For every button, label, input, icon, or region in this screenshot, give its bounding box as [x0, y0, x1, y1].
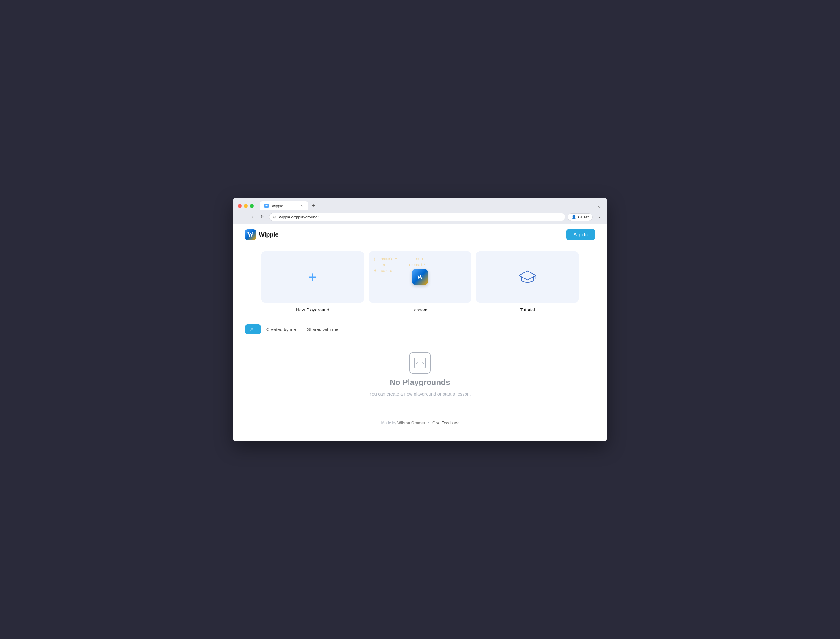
profile-button[interactable]: 👤 Guest — [568, 213, 593, 221]
empty-state: < > No Playgrounds You can create a new … — [233, 334, 607, 409]
footer-author: Wilson Gramer — [398, 421, 425, 425]
cards-section: + (: name) = sum → → a + repeat* 0, worl… — [233, 245, 607, 303]
browser-titlebar: W Wipple × + ⌄ — [233, 198, 607, 210]
tab-all[interactable]: All — [245, 324, 261, 334]
browser-toolbar: ← → ↻ ⊕ 👤 Guest ⋮ — [233, 210, 607, 224]
graduation-cap-icon — [519, 269, 536, 285]
give-feedback-link[interactable]: Give Feedback — [433, 421, 459, 425]
active-tab[interactable]: W Wipple × — [260, 201, 308, 210]
wipple-logo-center: W — [412, 269, 428, 285]
app-logo: W Wipple — [245, 229, 278, 240]
footer-dot: • — [428, 421, 430, 425]
more-options-button[interactable]: ⋮ — [595, 213, 603, 221]
svg-text:< >: < > — [416, 361, 424, 366]
app-content: W Wipple Sign In + (: name) = sum → → a … — [233, 224, 607, 441]
lessons-card-inner: (: name) = sum → → a + repeat* 0, world … — [369, 251, 471, 303]
tab-close-button[interactable]: × — [299, 203, 304, 208]
tab-created-by-me[interactable]: Created by me — [261, 324, 301, 334]
wipple-center-letter: W — [417, 273, 423, 281]
tab-favicon: W — [264, 203, 269, 208]
expand-button[interactable]: ⌄ — [596, 202, 602, 210]
new-playground-card[interactable]: + — [261, 251, 364, 303]
profile-label: Guest — [578, 215, 589, 219]
made-by-label: Made by — [381, 421, 396, 425]
forward-button[interactable]: → — [247, 213, 256, 221]
minimize-window-button[interactable] — [244, 204, 248, 208]
lessons-card[interactable]: (: name) = sum → → a + repeat* 0, world … — [369, 251, 471, 303]
tabs-row: All Created by me Shared with me — [233, 318, 607, 334]
card-label-row: New Playground Lessons Tutorial — [233, 303, 607, 318]
browser-window: W Wipple × + ⌄ ← → ↻ ⊕ 👤 Guest — [233, 198, 607, 441]
address-bar-input[interactable] — [279, 215, 561, 219]
code-brackets-icon: < > — [414, 358, 426, 368]
browser-chrome: W Wipple × + ⌄ ← → ↻ ⊕ 👤 Guest — [233, 198, 607, 224]
logo-letter: W — [247, 231, 253, 238]
maximize-window-button[interactable] — [250, 204, 254, 208]
new-playground-label: New Playground — [261, 307, 364, 312]
profile-icon: 👤 — [571, 215, 576, 219]
app-footer: Made by Wilson Gramer • Give Feedback — [233, 409, 607, 434]
app-header: W Wipple Sign In — [233, 224, 607, 245]
back-button[interactable]: ← — [237, 213, 245, 221]
plus-icon: + — [309, 270, 317, 284]
app-logo-icon: W — [245, 229, 256, 240]
tutorial-card[interactable] — [476, 251, 579, 303]
sign-in-button[interactable]: Sign In — [566, 229, 595, 240]
code-icon: < > — [409, 352, 431, 374]
empty-title: No Playgrounds — [390, 378, 450, 387]
lessons-label: Lessons — [369, 307, 471, 312]
address-bar-container[interactable]: ⊕ — [269, 213, 565, 221]
tab-bar: W Wipple × + — [260, 201, 592, 210]
traffic-lights — [238, 204, 254, 208]
svg-text:W: W — [265, 205, 268, 208]
address-bar-security-icon: ⊕ — [273, 215, 277, 219]
tutorial-label: Tutorial — [476, 307, 579, 312]
tab-title-text: Wipple — [271, 203, 297, 208]
refresh-button[interactable]: ↻ — [258, 213, 267, 221]
app-name: Wipple — [259, 231, 278, 238]
close-window-button[interactable] — [238, 204, 242, 208]
empty-subtitle: You can create a new playground or start… — [369, 391, 471, 396]
tab-shared-with-me[interactable]: Shared with me — [301, 324, 344, 334]
new-tab-button[interactable]: + — [309, 202, 318, 210]
